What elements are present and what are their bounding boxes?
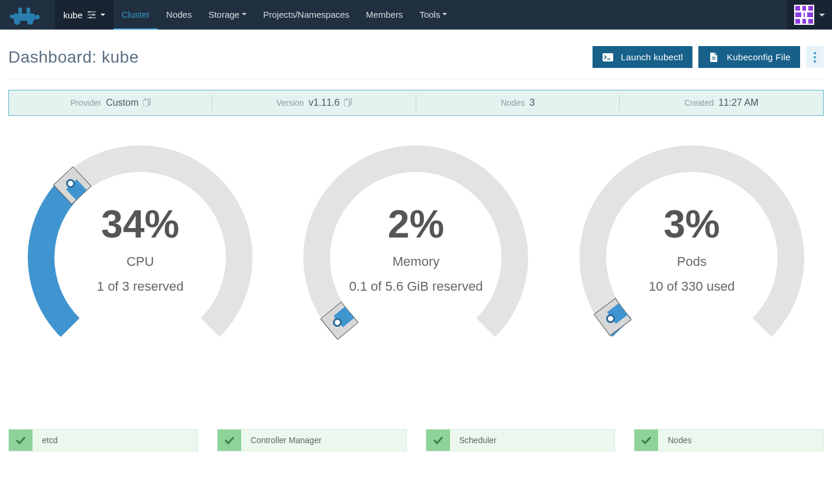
kubeconfig-file-button[interactable]: Kubeconfig File [698,46,800,68]
nav-tabs: Cluster Nodes Storage Projects/Namespace… [114,0,456,30]
info-provider: Provider Custom [9,90,212,115]
gauge-cpu-sub: 1 of 3 reserved [8,279,272,294]
cluster-name: kube [63,10,83,20]
svg-point-29 [814,60,816,63]
copy-icon[interactable] [344,98,352,108]
svg-rect-19 [805,12,807,17]
svg-point-28 [814,56,816,58]
svg-point-10 [88,11,89,12]
status-scheduler[interactable]: Scheduler [426,429,616,451]
svg-rect-14 [795,6,800,11]
status-nodes[interactable]: Nodes [634,429,824,451]
status-controller-manager[interactable]: Controller Manager [217,429,407,451]
check-icon [9,430,33,451]
svg-point-6 [35,15,40,19]
gauge-pods: 3% Pods 10 of 330 used [560,139,824,352]
page-header: Dashboard: kube Launch kubectl Kubeconfi… [8,38,824,79]
check-icon [218,430,241,451]
tab-projects[interactable]: Projects/Namespaces [255,0,358,30]
gauge-pods-sub: 10 of 330 used [560,279,824,294]
check-icon [426,430,450,451]
gauge-pods-title: Pods [560,254,824,269]
tab-members[interactable]: Members [358,0,412,30]
page-title: Dashboard: kube [8,48,139,67]
chevron-down-icon [442,13,447,15]
svg-rect-1 [18,8,22,14]
gauge-memory: 2% Memory 0.1 of 5.6 GiB reserved [284,139,548,352]
tab-nodes[interactable]: Nodes [158,0,200,30]
copy-icon[interactable] [143,98,151,108]
header-actions: Launch kubectl Kubeconfig File [593,46,824,68]
gauge-cpu: 34% CPU 1 of 3 reserved [8,139,272,352]
svg-rect-18 [801,12,804,17]
status-row: etcd Controller Manager Scheduler Nodes [8,429,824,451]
gauge-memory-percent: 2% [284,204,548,243]
info-created: Created 11:27 AM [620,90,823,115]
tab-tools[interactable]: Tools [411,0,455,30]
svg-rect-15 [802,6,806,11]
svg-rect-21 [802,19,806,24]
user-menu[interactable] [787,0,832,30]
gauges-row: 34% CPU 1 of 3 reserved 2% Memory 0.1 of… [8,139,824,352]
svg-rect-33 [344,100,349,106]
file-icon [708,53,720,62]
logo[interactable] [0,0,55,30]
svg-rect-31 [143,100,148,106]
more-actions-button[interactable] [806,46,824,68]
top-nav: kube Cluster Nodes Storage Projects/Name… [0,0,832,30]
gauge-cpu-percent: 34% [8,204,272,243]
gauge-cpu-title: CPU [8,254,272,269]
svg-point-3 [14,19,20,25]
info-nodes: Nodes 3 [416,90,620,115]
menu-icon [88,11,96,18]
svg-rect-22 [808,19,813,24]
chevron-down-icon [101,14,105,16]
tab-cluster[interactable]: Cluster [114,0,158,30]
chevron-down-icon [242,13,247,15]
info-bar: Provider Custom Version v1.11.6 Nodes 3 … [8,90,824,116]
rancher-logo-icon [9,3,47,27]
avatar [794,5,814,25]
svg-rect-20 [795,19,800,24]
svg-point-27 [814,52,816,54]
gauge-memory-sub: 0.1 of 5.6 GiB reserved [284,279,548,294]
svg-rect-17 [795,12,813,17]
svg-point-11 [92,14,93,15]
svg-point-4 [27,19,33,25]
status-etcd[interactable]: etcd [8,429,198,451]
gauge-memory-title: Memory [284,254,548,269]
svg-point-12 [89,17,90,18]
info-version: Version v1.11.6 [212,90,416,115]
cluster-selector[interactable]: kube [55,0,114,30]
chevron-down-icon [819,14,825,17]
terminal-icon [602,53,614,61]
check-icon [634,430,658,451]
svg-rect-2 [27,8,30,14]
kebab-icon [814,52,816,63]
launch-kubectl-button[interactable]: Launch kubectl [593,46,692,68]
gauge-pods-percent: 3% [560,204,824,243]
tab-storage[interactable]: Storage [200,0,255,30]
svg-rect-16 [808,6,813,11]
svg-rect-5 [10,15,15,18]
svg-rect-23 [603,53,613,61]
